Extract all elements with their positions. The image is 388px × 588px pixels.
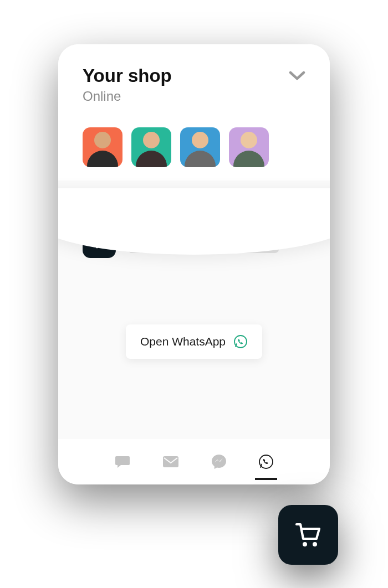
cart-icon [294, 522, 322, 548]
widget-header: Your shop Online [58, 44, 330, 120]
tab-whatsapp[interactable] [258, 453, 274, 470]
chat-widget: Your shop Online [58, 44, 330, 484]
chevron-down-icon [289, 71, 305, 81]
avatar[interactable] [180, 127, 220, 167]
whatsapp-icon [258, 454, 274, 470]
cta-label: Open WhatsApp [140, 335, 226, 348]
svg-point-6 [313, 542, 317, 546]
collapse-button[interactable] [289, 71, 305, 83]
open-whatsapp-button[interactable]: Open WhatsApp [126, 324, 262, 359]
team-avatars [58, 120, 330, 167]
header-curve [58, 188, 330, 255]
launcher-fab[interactable] [278, 505, 338, 565]
avatar[interactable] [83, 127, 122, 167]
avatar[interactable] [229, 127, 269, 167]
shop-title: Your shop [83, 65, 305, 86]
channel-tabs [58, 439, 330, 484]
shop-status: Online [83, 89, 305, 104]
messenger-icon [211, 453, 227, 470]
svg-rect-3 [163, 456, 178, 467]
avatar[interactable] [131, 127, 171, 167]
email-icon [162, 455, 180, 468]
chat-icon [114, 454, 131, 470]
svg-point-5 [303, 542, 307, 546]
tab-messenger[interactable] [211, 453, 227, 470]
tab-email[interactable] [162, 453, 180, 470]
whatsapp-icon [233, 334, 248, 349]
tab-chat[interactable] [114, 453, 131, 470]
